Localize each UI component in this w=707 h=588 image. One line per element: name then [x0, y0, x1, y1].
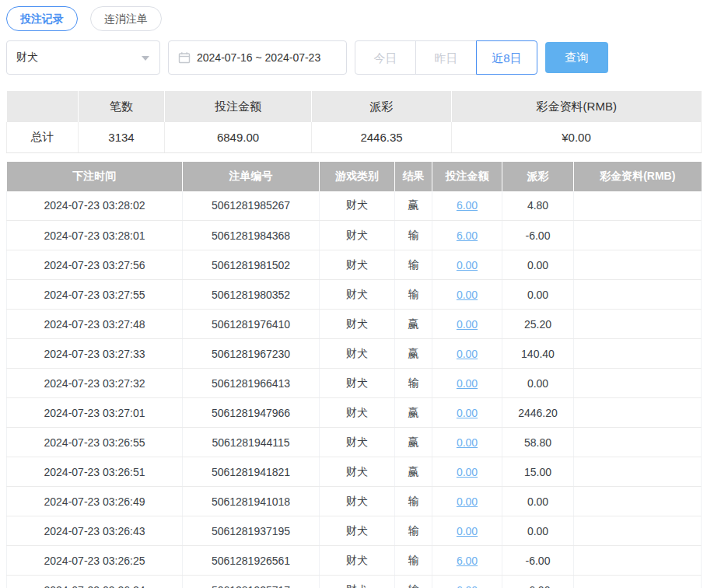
cell-bet-time: 2024-07-23 03:26:24 [7, 576, 183, 588]
filter-toolbar: 财犬 2024-07-16 ~ 2024-07-23 今日 昨日 近8日 查询 [6, 40, 701, 75]
cell-bet-number: 5061281966413 [183, 369, 320, 398]
cell-payout: 0.00 [502, 250, 574, 280]
bet-amount-link[interactable]: 0.00 [457, 407, 478, 419]
cell-bonus [574, 369, 702, 398]
bet-amount-link[interactable]: 0.00 [457, 377, 478, 390]
summary-row-label: 总计 [7, 122, 79, 152]
cell-bonus [574, 576, 702, 588]
cell-payout: 0.00 [502, 487, 574, 516]
summary-header-cell: 投注金额 [165, 91, 312, 122]
cell-bonus [574, 221, 702, 250]
cell-game-type: 财犬 [320, 398, 395, 428]
cell-bet-amount: 0.00 [432, 250, 502, 280]
cell-bet-number: 5061281981502 [183, 250, 320, 280]
summary-value-cell: ¥0.00 [452, 122, 702, 152]
summary-header-cell: 派彩 [312, 91, 452, 122]
cell-result: 赢 [395, 339, 432, 369]
cell-bet-amount: 0.00 [432, 369, 502, 398]
cell-payout: -6.00 [502, 221, 574, 250]
cell-bet-number: 5061281976410 [183, 310, 320, 339]
today-button[interactable]: 今日 [355, 40, 416, 75]
cell-bet-time: 2024-07-23 03:27:56 [7, 250, 183, 280]
cell-bet-amount: 0.00 [432, 310, 502, 339]
summary-total-row: 总计31346849.002446.35¥0.00 [7, 122, 702, 152]
cell-result: 输 [395, 280, 432, 310]
cell-payout: 25.20 [502, 310, 574, 339]
cell-game-type: 财犬 [320, 369, 395, 398]
cell-bet-amount: 0.00 [432, 339, 502, 369]
quick-date-button-group: 今日 昨日 近8日 [355, 40, 537, 75]
bet-amount-link[interactable]: 6.00 [457, 584, 478, 588]
cell-result: 输 [395, 369, 432, 398]
table-header-cell: 投注金额 [432, 162, 502, 191]
cell-payout: 58.80 [502, 428, 574, 457]
betting-records-page: 投注记录 连消注单 财犬 2024-07-16 ~ 2024-07-23 今日 … [0, 0, 707, 588]
cell-payout: 0.00 [502, 280, 574, 310]
bet-amount-link[interactable]: 6.00 [457, 199, 478, 212]
cell-game-type: 财犬 [320, 487, 395, 516]
summary-header-cell: 笔数 [79, 91, 165, 122]
cell-bet-number: 5061281947966 [183, 398, 320, 428]
cell-result: 赢 [395, 191, 432, 221]
date-range-picker[interactable]: 2024-07-16 ~ 2024-07-23 [168, 40, 347, 75]
cell-game-type: 财犬 [320, 250, 395, 280]
bet-amount-link[interactable]: 0.00 [457, 259, 478, 271]
bet-amount-link[interactable]: 6.00 [457, 229, 478, 242]
last-8-days-button[interactable]: 近8日 [476, 40, 537, 75]
bet-amount-link[interactable]: 0.00 [457, 525, 478, 537]
bet-amount-link[interactable]: 0.00 [457, 466, 478, 478]
cell-bonus [574, 516, 702, 546]
tab-betting-records[interactable]: 投注记录 [6, 6, 78, 31]
cell-payout: 4.80 [502, 191, 574, 221]
cell-bet-time: 2024-07-23 03:26:25 [7, 546, 183, 576]
table-row: 2024-07-23 03:27:015061281947966财犬赢0.002… [7, 398, 702, 428]
cell-bet-amount: 6.00 [432, 221, 502, 250]
game-select[interactable]: 财犬 [6, 40, 160, 75]
table-header-cell: 注单编号 [183, 162, 320, 191]
cell-bet-amount: 0.00 [432, 428, 502, 457]
cell-bonus [574, 457, 702, 487]
bet-amount-link[interactable]: 0.00 [457, 436, 478, 449]
table-row: 2024-07-23 03:26:555061281944115财犬赢0.005… [7, 428, 702, 457]
cell-game-type: 财犬 [320, 576, 395, 588]
cell-result: 赢 [395, 398, 432, 428]
cell-bet-amount: 0.00 [432, 398, 502, 428]
bet-amount-link[interactable]: 0.00 [457, 495, 478, 508]
cell-bet-number: 5061281984368 [183, 221, 320, 250]
bet-amount-link[interactable]: 6.00 [457, 555, 478, 567]
cell-bonus [574, 546, 702, 576]
date-range-value: 2024-07-16 ~ 2024-07-23 [197, 51, 320, 64]
cell-payout: 2446.20 [502, 398, 574, 428]
yesterday-button[interactable]: 昨日 [415, 40, 477, 75]
cell-result: 输 [395, 546, 432, 576]
bet-amount-link[interactable]: 0.00 [457, 348, 478, 360]
cell-game-type: 财犬 [320, 546, 395, 576]
cell-bet-amount: 6.00 [432, 191, 502, 221]
query-button[interactable]: 查询 [545, 42, 608, 73]
cell-game-type: 财犬 [320, 516, 395, 546]
cell-bonus [574, 310, 702, 339]
cell-game-type: 财犬 [320, 191, 395, 221]
cell-bonus [574, 250, 702, 280]
table-row: 2024-07-23 03:26:515061281941821财犬赢0.001… [7, 457, 702, 487]
cell-bet-number: 5061281980352 [183, 280, 320, 310]
chevron-down-icon [142, 56, 149, 61]
cell-payout: -6.00 [502, 576, 574, 588]
table-row: 2024-07-23 03:27:555061281980352财犬输0.000… [7, 280, 702, 310]
table-row: 2024-07-23 03:27:485061281976410财犬赢0.002… [7, 310, 702, 339]
bet-amount-link[interactable]: 0.00 [457, 289, 478, 301]
tab-cancelled-bets[interactable]: 连消注单 [90, 6, 162, 31]
cell-bonus [574, 339, 702, 369]
cell-bet-time: 2024-07-23 03:27:48 [7, 310, 183, 339]
cell-bonus [574, 191, 702, 221]
bet-amount-link[interactable]: 0.00 [457, 318, 478, 331]
cell-bet-time: 2024-07-23 03:28:01 [7, 221, 183, 250]
table-row: 2024-07-23 03:27:335061281967230财犬赢0.001… [7, 339, 702, 369]
summary-value-cell: 2446.35 [312, 122, 452, 152]
cell-bet-time: 2024-07-23 03:27:01 [7, 398, 183, 428]
cell-game-type: 财犬 [320, 339, 395, 369]
cell-bet-time: 2024-07-23 03:27:33 [7, 339, 183, 369]
cell-game-type: 财犬 [320, 457, 395, 487]
table-row: 2024-07-23 03:28:015061281984368财犬输6.00-… [7, 221, 702, 250]
cell-bonus [574, 428, 702, 457]
